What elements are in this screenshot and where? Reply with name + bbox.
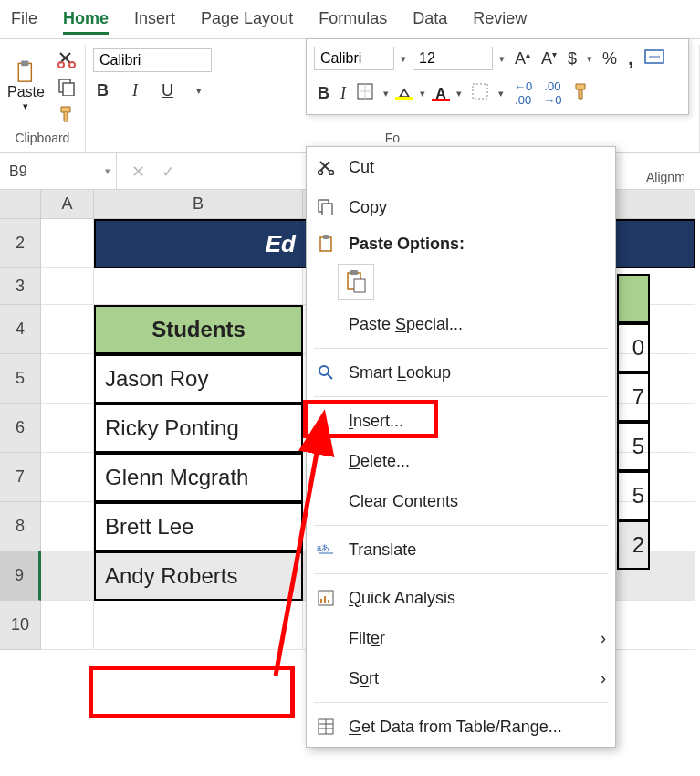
bold-button[interactable]: B xyxy=(93,79,112,102)
col-header-b[interactable]: B xyxy=(94,190,303,219)
ctx-cut[interactable]: Cut xyxy=(307,147,615,187)
paste-default-icon[interactable] xyxy=(338,264,374,300)
ctx-delete[interactable]: Delete... xyxy=(307,441,615,481)
cell[interactable] xyxy=(41,219,94,268)
table-row[interactable]: Jason Roy xyxy=(94,354,303,404)
mini-font-size[interactable] xyxy=(413,47,493,70)
cell[interactable] xyxy=(41,354,94,404)
border-icon[interactable] xyxy=(353,81,377,106)
tab-insert[interactable]: Insert xyxy=(134,9,175,35)
table-header-students[interactable]: Students xyxy=(94,305,303,354)
cell[interactable] xyxy=(41,502,94,551)
underline-button[interactable]: U xyxy=(158,79,177,102)
row-header[interactable]: 6 xyxy=(0,404,41,453)
far-cell[interactable]: 7 xyxy=(617,372,650,422)
percent-icon[interactable]: % xyxy=(599,47,621,70)
borders-dropdown-icon[interactable] xyxy=(468,81,492,106)
svg-rect-14 xyxy=(323,235,329,239)
tab-page-layout[interactable]: Page Layout xyxy=(201,9,293,35)
row-header[interactable]: 4 xyxy=(0,305,41,354)
ctx-quick-analysis[interactable]: Quick Analysis xyxy=(307,578,615,618)
tab-file[interactable]: File xyxy=(11,9,37,35)
row-header[interactable]: 10 xyxy=(0,601,41,650)
row-header[interactable]: 7 xyxy=(0,453,41,502)
row-header[interactable]: 5 xyxy=(0,354,41,404)
far-cell[interactable]: 0 xyxy=(617,323,650,372)
chevron-down-icon: ▾ xyxy=(23,100,28,112)
mini-italic-button[interactable]: I xyxy=(337,82,350,105)
currency-icon[interactable]: $ xyxy=(564,47,580,70)
ctx-sort-label: Sort xyxy=(349,669,379,688)
enter-icon[interactable]: ✓ xyxy=(162,162,175,182)
format-painter-icon[interactable] xyxy=(569,80,594,107)
ctx-clear-contents[interactable]: Clear Contents xyxy=(307,481,615,521)
mini-toolbar: ▾ ▾ A▴ A▾ $▾ % , B I ▾ ▾ A▾ ▾ ←0.00 .00→… xyxy=(306,38,689,115)
table-row-selected[interactable]: Andy Roberts xyxy=(94,551,303,601)
cell[interactable] xyxy=(41,453,94,502)
cell[interactable] xyxy=(41,601,94,650)
increase-font-icon[interactable]: A▴ xyxy=(511,47,534,70)
chevron-right-icon: › xyxy=(601,669,606,688)
chevron-down-icon[interactable]: ▾ xyxy=(193,85,204,97)
ctx-filter[interactable]: Filter › xyxy=(307,618,615,658)
fill-color-icon[interactable] xyxy=(395,88,413,100)
ctx-get-data[interactable]: Get Data from Table/Range... xyxy=(307,707,615,747)
ctx-paste-special[interactable]: Paste Special... xyxy=(307,304,615,344)
ctx-copy-label: Copy xyxy=(349,198,387,217)
name-box[interactable]: B9 ▾ xyxy=(0,153,117,189)
select-all-corner[interactable] xyxy=(0,190,41,219)
row-header-selected[interactable]: 9 xyxy=(0,551,41,601)
col-header-a[interactable]: A xyxy=(41,190,94,219)
ctx-paste-special-label: Paste Special... xyxy=(349,315,463,334)
ctx-sort[interactable]: Sort › xyxy=(307,658,615,698)
svg-text:aあ: aあ xyxy=(317,543,329,552)
table-row[interactable]: Brett Lee xyxy=(94,502,303,551)
tab-home[interactable]: Home xyxy=(63,9,109,35)
svg-rect-13 xyxy=(320,237,331,251)
cell[interactable] xyxy=(41,268,94,305)
chevron-down-icon[interactable]: ▾ xyxy=(105,165,110,177)
far-header[interactable] xyxy=(617,274,650,323)
ctx-copy[interactable]: Copy xyxy=(307,187,615,227)
cut-icon[interactable] xyxy=(56,48,78,70)
cell[interactable] xyxy=(94,601,303,650)
copy-icon[interactable] xyxy=(56,76,78,98)
table-icon xyxy=(316,717,336,737)
mini-bold-button[interactable]: B xyxy=(314,82,333,105)
cancel-icon[interactable]: ✕ xyxy=(131,162,145,182)
far-cell[interactable]: 2 xyxy=(617,520,650,570)
title-cell[interactable]: Ed xyxy=(94,219,303,268)
cell[interactable] xyxy=(41,551,94,601)
ctx-insert[interactable]: Insert... xyxy=(307,401,615,441)
decrease-decimal-icon[interactable]: .00→0 xyxy=(539,78,565,109)
row-header[interactable]: 3 xyxy=(0,268,41,305)
format-painter-icon[interactable] xyxy=(56,103,78,125)
far-cell[interactable]: 5 xyxy=(617,471,650,520)
decrease-font-icon[interactable]: A▾ xyxy=(538,47,560,70)
row-header[interactable]: 8 xyxy=(0,502,41,551)
cell[interactable] xyxy=(41,305,94,354)
increase-decimal-icon[interactable]: ←0.00 xyxy=(510,78,536,109)
mini-font-name[interactable] xyxy=(314,47,394,70)
ctx-smart-lookup[interactable]: Smart Lookup xyxy=(307,352,615,393)
tab-data[interactable]: Data xyxy=(413,9,447,35)
table-row[interactable]: Ricky Ponting xyxy=(94,404,303,453)
far-cell[interactable]: 5 xyxy=(617,422,650,471)
tab-formulas[interactable]: Formulas xyxy=(319,9,387,35)
clipboard-icon xyxy=(15,62,37,84)
ctx-filter-label: Filter xyxy=(349,629,385,648)
italic-button[interactable]: I xyxy=(129,79,141,102)
table-row[interactable]: Glenn Mcgrath xyxy=(94,453,303,502)
font-color-icon[interactable]: A xyxy=(432,86,450,101)
svg-point-2 xyxy=(58,62,64,68)
paste-button[interactable]: Paste ▾ xyxy=(7,62,45,112)
cell[interactable] xyxy=(41,404,94,453)
font-name-input[interactable] xyxy=(93,48,212,72)
ctx-translate[interactable]: aあ Translate xyxy=(307,530,615,570)
tab-review[interactable]: Review xyxy=(473,9,527,35)
comma-icon[interactable]: , xyxy=(624,45,637,72)
group-clipboard: Paste ▾ Clipboard xyxy=(0,45,86,152)
row-header[interactable]: 2 xyxy=(0,219,41,268)
merge-icon[interactable] xyxy=(641,47,668,70)
cell[interactable] xyxy=(94,268,303,305)
